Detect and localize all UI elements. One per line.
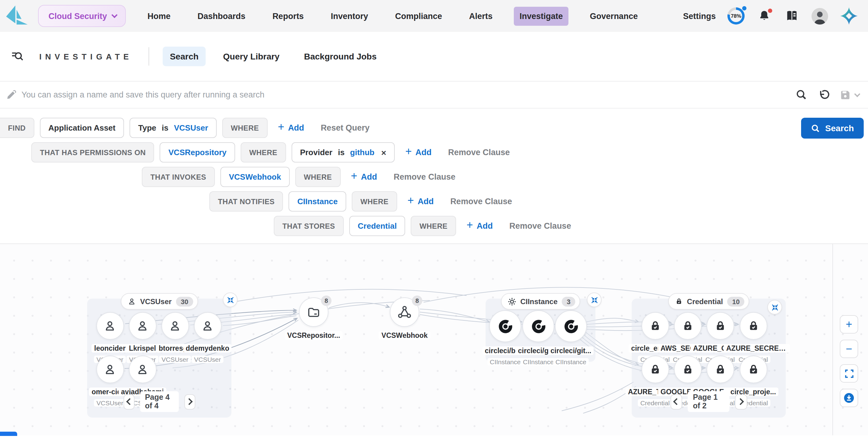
app-window: Cloud Security Home Dashboards Reports I… xyxy=(0,0,868,443)
group-count-badge: 10 xyxy=(727,297,745,306)
collapse-icon xyxy=(771,304,778,311)
node-name: AZURE_SECRET... xyxy=(724,344,790,352)
remove-filter-icon[interactable]: × xyxy=(381,147,386,157)
add-clause-button[interactable]: Add xyxy=(467,220,493,232)
graph-node[interactable]: ddemydenko VCSUser xyxy=(178,312,237,363)
collapse-group-button[interactable] xyxy=(223,293,238,307)
graph-node[interactable]: 8 VCSRepositor... xyxy=(284,297,343,342)
builder-root-row: FIND Application Asset Type is VCSUser W… xyxy=(0,118,868,138)
next-page-button[interactable] xyxy=(735,394,747,409)
root-filter-chip[interactable]: Type is VCSUser xyxy=(129,118,217,138)
add-clause-button[interactable]: Add xyxy=(278,122,304,134)
graph-canvas[interactable]: VCSUser 30 Page 4 of 4 xyxy=(0,243,868,435)
collapse-group-button[interactable] xyxy=(587,293,601,307)
module-header: INVESTIGATE Search Query Library Backgro… xyxy=(0,32,868,81)
entity-chip[interactable]: Application Asset xyxy=(40,118,124,138)
nav-links: Home Dashboards Reports Inventory Compli… xyxy=(142,6,643,26)
notifications-button[interactable] xyxy=(756,8,772,24)
relation-chip[interactable]: THAT HAS PERMISSIONS ON xyxy=(31,142,154,163)
clause-entity-chip[interactable]: VCSRepository xyxy=(168,148,226,157)
clause-entity-chip[interactable]: CIInstance xyxy=(298,197,338,206)
zoom-out-button[interactable] xyxy=(840,340,858,358)
undo-icon[interactable] xyxy=(818,89,829,101)
group-count-badge: 3 xyxy=(562,297,576,306)
query-builder: FIND Application Asset Type is VCSUser W… xyxy=(0,108,868,243)
clause-filter-chip[interactable]: Provider is github × xyxy=(291,142,395,163)
collapse-group-button[interactable] xyxy=(767,300,782,314)
prev-page-button[interactable] xyxy=(123,394,135,409)
graph-node[interactable]: circleci/git... CIInstance xyxy=(541,310,600,366)
module-tabs: Search Query Library Background Jobs xyxy=(162,46,384,66)
nav-item-inventory[interactable]: Inventory xyxy=(326,6,374,26)
filter-field: Type xyxy=(138,123,156,132)
settings-link[interactable]: Settings xyxy=(683,11,716,21)
group-label: CIInstance xyxy=(520,297,557,306)
tab-query-library[interactable]: Query Library xyxy=(216,46,287,66)
gear-icon xyxy=(507,297,516,306)
group-label: Credential xyxy=(687,297,723,306)
notification-badge xyxy=(767,8,773,13)
group-pill-credential[interactable]: Credential 10 xyxy=(668,293,749,310)
graph-node[interactable]: 8 VCSWebhook xyxy=(375,297,434,342)
fullscreen-button[interactable] xyxy=(840,364,858,383)
zoom-in-button[interactable] xyxy=(840,315,858,334)
relation-chip[interactable]: THAT NOTIFIES xyxy=(209,191,283,211)
prev-page-button[interactable] xyxy=(670,394,683,409)
tab-search[interactable]: Search xyxy=(162,46,206,66)
save-query-control[interactable] xyxy=(840,89,859,100)
usage-progress-ring[interactable]: 78% xyxy=(727,7,745,25)
group-pill-ciinstance[interactable]: CIInstance 3 xyxy=(501,293,580,310)
docs-button[interactable] xyxy=(784,8,800,24)
page-indicator: Page 4 of 4 xyxy=(140,391,179,412)
chevron-down-icon xyxy=(854,91,860,97)
group-pill-vcsuser[interactable]: VCSUser 30 xyxy=(120,293,198,310)
clause-entity-chip[interactable]: Credential xyxy=(358,222,397,231)
next-page-button[interactable] xyxy=(184,394,195,409)
remove-clause-button[interactable]: Remove Clause xyxy=(394,172,456,181)
user-avatar[interactable] xyxy=(811,8,828,24)
nav-item-investigate[interactable]: Investigate xyxy=(514,6,568,26)
add-clause-button[interactable]: Add xyxy=(405,146,432,158)
user-icon xyxy=(201,319,214,333)
where-chip[interactable]: WHERE xyxy=(295,167,340,187)
clause-entity-chip[interactable]: VCSWebhook xyxy=(229,172,281,181)
nav-item-compliance[interactable]: Compliance xyxy=(390,6,447,26)
tab-background-jobs[interactable]: Background Jobs xyxy=(297,46,384,66)
nav-item-home[interactable]: Home xyxy=(142,6,176,26)
run-search-button[interactable]: Search xyxy=(801,118,864,139)
edit-pencil-icon xyxy=(5,89,17,100)
canvas-rail-divider xyxy=(832,244,833,435)
find-chip[interactable]: FIND xyxy=(0,118,34,138)
where-chip[interactable]: WHERE xyxy=(352,191,397,211)
query-name-input[interactable] xyxy=(22,90,796,99)
group-count-badge: 30 xyxy=(176,297,193,306)
relation-chip[interactable]: THAT STORES xyxy=(274,216,344,236)
relation-chip[interactable]: THAT INVOKES xyxy=(142,167,215,187)
remove-clause-button[interactable]: Remove Clause xyxy=(448,148,510,157)
search-list-icon xyxy=(11,50,25,63)
nav-item-reports[interactable]: Reports xyxy=(267,6,309,26)
nav-item-governance[interactable]: Governance xyxy=(584,6,643,26)
where-chip[interactable]: WHERE xyxy=(411,216,456,236)
product-switcher[interactable]: Cloud Security xyxy=(38,5,126,27)
where-chip[interactable]: WHERE xyxy=(222,118,267,138)
where-chip[interactable]: WHERE xyxy=(241,142,286,163)
add-clause-button[interactable]: Add xyxy=(351,171,377,183)
builder-clause-row: THAT NOTIFIES CIInstance WHERE Add Remov… xyxy=(209,191,868,211)
nav-item-dashboards[interactable]: Dashboards xyxy=(192,6,251,26)
remove-clause-button[interactable]: Remove Clause xyxy=(450,197,512,206)
builder-clause-row: THAT INVOKES VCSWebhook WHERE Add Remove… xyxy=(142,167,868,187)
top-navbar: Cloud Security Home Dashboards Reports I… xyxy=(0,0,868,32)
builder-clause-row: THAT HAS PERMISSIONS ON VCSRepository WH… xyxy=(31,142,868,163)
download-graph-button[interactable] xyxy=(840,389,858,407)
reset-query-button[interactable]: Reset Query xyxy=(321,123,370,132)
query-name-bar xyxy=(0,81,868,108)
remove-clause-button[interactable]: Remove Clause xyxy=(509,222,571,231)
add-clause-button[interactable]: Add xyxy=(408,196,434,207)
group-pagination: Page 4 of 4 xyxy=(123,391,195,412)
node-name: VCSRepositor... xyxy=(285,331,343,340)
search-icon[interactable] xyxy=(796,89,807,101)
fullscreen-icon xyxy=(844,369,854,378)
bottom-edge-fragment xyxy=(0,431,17,436)
nav-item-alerts[interactable]: Alerts xyxy=(463,6,498,26)
